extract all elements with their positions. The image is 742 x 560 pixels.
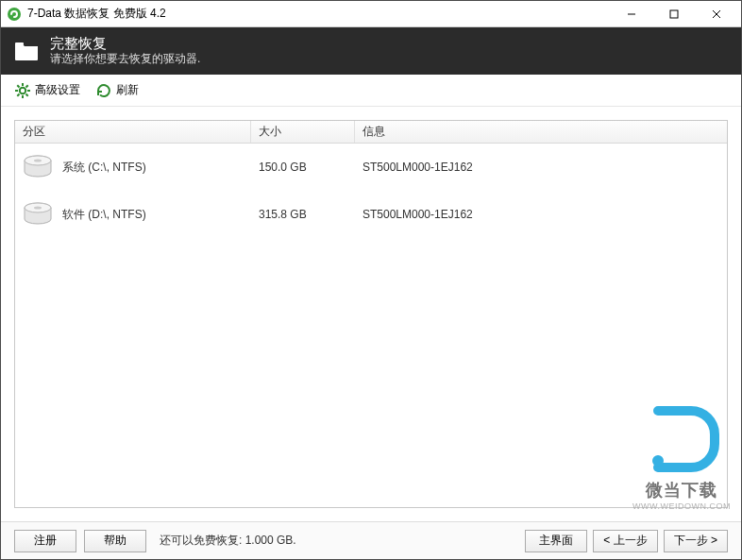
close-button[interactable]	[695, 2, 737, 26]
drive-info: ST500LM000-1EJ162	[355, 208, 727, 221]
quota-text: 还可以免费恢复: 1.000 GB.	[160, 533, 517, 549]
list-header: 分区 大小 信息	[15, 121, 727, 144]
banner-title: 完整恢复	[50, 35, 200, 52]
drive-info: ST500LM000-1EJ162	[355, 161, 727, 174]
drive-list: 分区 大小 信息 系统 (C:\, NTFS) 150.0 GB ST500LM…	[14, 120, 728, 508]
svg-rect-5	[15, 42, 24, 45]
home-button[interactable]: 主界面	[525, 530, 587, 552]
svg-line-12	[26, 93, 28, 95]
svg-point-20	[34, 207, 42, 210]
next-button[interactable]: 下一步 >	[664, 530, 728, 552]
column-partition[interactable]: 分区	[15, 121, 251, 143]
svg-point-6	[20, 87, 25, 93]
window-controls	[610, 2, 737, 26]
gear-icon	[14, 82, 31, 99]
app-icon	[7, 7, 22, 22]
toolbar: 高级设置 刷新	[1, 75, 741, 107]
drive-icon	[23, 155, 53, 179]
titlebar: 7-Data 数据恢复 免费版 4.2	[1, 1, 741, 27]
help-button[interactable]: 帮助	[84, 530, 146, 552]
svg-rect-2	[670, 10, 678, 18]
drive-size: 150.0 GB	[251, 161, 355, 174]
minimize-button[interactable]	[610, 2, 652, 26]
drive-row[interactable]: 系统 (C:\, NTFS) 150.0 GB ST500LM000-1EJ16…	[15, 144, 727, 191]
folder-icon	[14, 41, 39, 61]
prev-button[interactable]: < 上一步	[593, 530, 657, 552]
footer: 注册 帮助 还可以免费恢复: 1.000 GB. 主界面 < 上一步 下一步 >	[1, 521, 741, 559]
svg-point-17	[34, 160, 42, 162]
list-body: 系统 (C:\, NTFS) 150.0 GB ST500LM000-1EJ16…	[15, 144, 727, 507]
advanced-settings-button[interactable]: 高级设置	[14, 82, 80, 99]
refresh-button[interactable]: 刷新	[95, 82, 139, 99]
drive-size: 315.8 GB	[251, 208, 355, 221]
advanced-label: 高级设置	[35, 82, 80, 98]
app-window: 7-Data 数据恢复 免费版 4.2 完整恢复 请选择你想要去恢复的驱动器. …	[0, 0, 742, 560]
drive-name: 软件 (D:\, NTFS)	[62, 207, 146, 223]
header-banner: 完整恢复 请选择你想要去恢复的驱动器.	[1, 27, 741, 75]
maximize-button[interactable]	[652, 2, 695, 26]
svg-line-14	[26, 85, 28, 87]
column-info[interactable]: 信息	[355, 121, 727, 143]
drive-icon	[23, 202, 53, 227]
svg-line-11	[17, 85, 19, 87]
refresh-label: 刷新	[116, 82, 139, 98]
banner-text: 完整恢复 请选择你想要去恢复的驱动器.	[50, 35, 200, 67]
svg-line-13	[17, 93, 19, 95]
svg-point-0	[8, 8, 21, 21]
refresh-icon	[95, 82, 112, 99]
banner-subtitle: 请选择你想要去恢复的驱动器.	[50, 52, 200, 67]
register-button[interactable]: 注册	[14, 530, 76, 552]
title-text: 7-Data 数据恢复 免费版 4.2	[27, 6, 610, 22]
drive-name: 系统 (C:\, NTFS)	[62, 160, 146, 176]
drive-row[interactable]: 软件 (D:\, NTFS) 315.8 GB ST500LM000-1EJ16…	[15, 191, 727, 238]
column-size[interactable]: 大小	[251, 121, 355, 143]
